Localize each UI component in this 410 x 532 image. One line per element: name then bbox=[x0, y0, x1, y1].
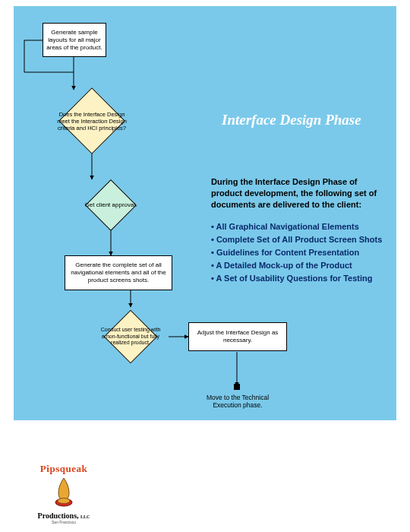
svg-point-2 bbox=[58, 499, 70, 504]
list-item: All Graphical Navigational Elements bbox=[211, 220, 393, 233]
logo-bottom-text: Productions, LLC bbox=[33, 511, 94, 520]
node-text: Generate sample layouts for all major ar… bbox=[46, 29, 102, 52]
node-move-to-technical: Move to the Technical Execution phase. bbox=[203, 394, 272, 409]
intro-text: During the Interface Design Phase of pro… bbox=[211, 176, 387, 211]
page-title: Interface Design Phase bbox=[222, 112, 361, 128]
node-text: Conduct user testing with a non-function… bbox=[93, 307, 169, 366]
node-adjust-design: Adjust the Interface Design as necessary… bbox=[188, 322, 287, 351]
node-text: Generate the complete set of all navigat… bbox=[68, 261, 169, 284]
decision-meets-criteria: Does the Interface Design meet the Inter… bbox=[46, 90, 138, 152]
list-item: A Detailed Mock-up of the Product bbox=[211, 259, 393, 272]
decision-client-approval: Get client approval. bbox=[67, 179, 155, 231]
list-item: A Set of Usability Questions for Testing bbox=[211, 272, 393, 285]
deliverables-list: All Graphical Navigational Elements Comp… bbox=[211, 220, 393, 285]
node-text: Does the Interface Design meet the Inter… bbox=[46, 90, 138, 152]
logo-tagline: San Francisco bbox=[33, 520, 94, 524]
node-generate-complete-set: Generate the complete set of all navigat… bbox=[65, 255, 172, 290]
logo: Pipsqueak Productions, LLC San Francisco bbox=[33, 463, 94, 524]
node-text: Adjust the Interface Design as necessary… bbox=[192, 329, 283, 344]
node-text: Move to the Technical Execution phase. bbox=[207, 394, 269, 409]
list-item: Guidelines for Content Presentation bbox=[211, 246, 393, 259]
node-text: Get client approval. bbox=[67, 179, 155, 231]
decision-user-testing: Conduct user testing with a non-function… bbox=[93, 307, 169, 366]
logo-top-text: Pipsqueak bbox=[33, 463, 94, 475]
node-generate-sample-layouts: Generate sample layouts for all major ar… bbox=[43, 23, 106, 57]
list-item: Complete Set of All Product Screen Shots bbox=[211, 233, 393, 246]
horn-icon bbox=[51, 477, 77, 507]
